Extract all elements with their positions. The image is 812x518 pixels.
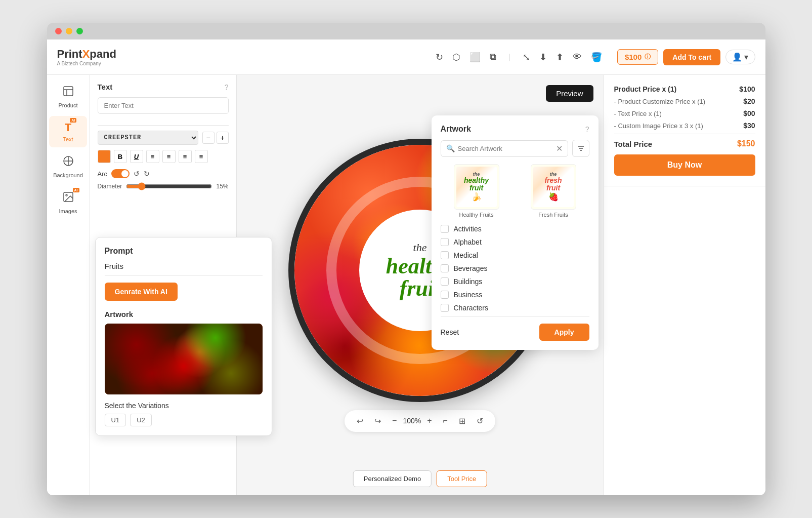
crop-button[interactable]: ⌐ — [441, 414, 450, 427]
add-to-cart-button[interactable]: Add To cart — [663, 49, 720, 65]
browser-window: PrintXpand A Biztech Company ↻ ⬡ ⬜ ⧉ | ⤡… — [47, 23, 765, 495]
paint-icon[interactable]: 🪣 — [591, 52, 602, 63]
category-alphabet[interactable]: Alphabet — [441, 238, 589, 246]
tool-price-button[interactable]: Tool Price — [437, 470, 487, 487]
sidebar-product-label: Product — [59, 102, 78, 108]
product-price-label: Product Price x (1) — [614, 85, 677, 93]
checkbox-business[interactable] — [441, 291, 449, 299]
artwork-item-healthy-fruits[interactable]: the healthy fruit 🍌 Healthy Fruits — [441, 164, 512, 218]
variation-tags: U1 U2 — [105, 414, 263, 426]
checkbox-buildings[interactable] — [441, 277, 449, 286]
product-icon — [62, 85, 74, 100]
font-size-increase[interactable]: + — [217, 132, 229, 144]
sidebar-text-label: Text — [63, 136, 73, 142]
diameter-value: 15% — [216, 183, 228, 190]
eye-icon[interactable]: 👁 — [573, 52, 582, 62]
traffic-light-red[interactable] — [55, 28, 62, 34]
artwork-help-icon[interactable]: ? — [585, 125, 589, 133]
arc-sync-icon[interactable]: ↻ — [144, 170, 150, 178]
download-icon[interactable]: ⬇ — [539, 52, 547, 63]
artwork-thumb-1: the healthy fruit 🍌 — [454, 164, 499, 210]
align-left-button[interactable]: ≡ — [146, 150, 159, 163]
category-buildings[interactable]: Buildings — [441, 277, 589, 286]
zoom-in-button[interactable]: + — [425, 414, 434, 427]
color-swatch[interactable] — [98, 150, 111, 163]
category-beverages[interactable]: Beverages — [441, 264, 589, 272]
panel-help-icon[interactable]: ? — [225, 83, 229, 91]
frame-icon[interactable]: ⬜ — [469, 52, 481, 63]
apply-button[interactable]: Apply — [539, 324, 589, 341]
rotate-icon[interactable]: ↻ — [436, 52, 443, 63]
search-clear-icon[interactable]: ✕ — [556, 144, 563, 153]
diameter-slider[interactable] — [126, 182, 212, 190]
search-icon: 🔍 — [446, 144, 455, 152]
main-layout: Product T AI Text — [47, 75, 765, 495]
layers-icon[interactable]: ⬡ — [452, 52, 460, 63]
prompt-text[interactable]: Fruits — [105, 262, 124, 270]
font-select[interactable]: CREEPSTER — [98, 131, 198, 145]
buy-now-button[interactable]: Buy Now — [614, 154, 755, 176]
share-icon[interactable]: ⬆ — [556, 52, 564, 63]
refresh-button[interactable]: ↺ — [475, 414, 485, 428]
variation-u1[interactable]: U1 — [105, 414, 126, 426]
zoom-out-button[interactable]: − — [390, 414, 399, 427]
price-info-icon: ⓘ — [645, 53, 651, 61]
canvas-toolbar: ↩ ↪ − 100% + ⌐ ⊞ ↺ — [345, 410, 495, 432]
align-center-button[interactable]: ≡ — [162, 150, 176, 163]
sidebar-item-images[interactable]: AI Images — [49, 186, 87, 219]
align-right-button[interactable]: ≡ — [179, 150, 192, 163]
undo-button[interactable]: ↩ — [355, 414, 365, 428]
category-label-activities: Activities — [454, 225, 482, 233]
traffic-light-green[interactable] — [76, 28, 83, 34]
category-characters[interactable]: Characters — [441, 304, 589, 312]
font-size-decrease[interactable]: − — [202, 132, 215, 144]
text-price-value: $00 — [743, 109, 755, 117]
variations-title: Select the Variations — [105, 402, 263, 410]
text-input-field[interactable] — [98, 97, 229, 114]
duplicate-icon[interactable]: ⧉ — [490, 52, 496, 62]
personalized-demo-button[interactable]: Personalized Demo — [353, 470, 432, 487]
sidebar-item-product[interactable]: Product — [49, 80, 87, 113]
sidebar-item-background[interactable]: Background — [49, 150, 87, 183]
user-button[interactable]: 👤 ▾ — [725, 50, 755, 64]
category-business[interactable]: Business — [441, 291, 589, 299]
checkbox-alphabet[interactable] — [441, 238, 449, 246]
checkbox-medical[interactable] — [441, 251, 449, 259]
sidebar-item-text[interactable]: T AI Text — [49, 116, 87, 147]
filter-button[interactable] — [572, 140, 589, 157]
italic-button[interactable]: U — [130, 150, 143, 163]
grid-button[interactable]: ⊞ — [457, 414, 467, 428]
price-panel: Product Price x (1) $100 - Product Custo… — [604, 75, 765, 186]
background-icon — [62, 155, 74, 170]
browser-titlebar — [47, 23, 765, 39]
artwork-item-fresh-fruits[interactable]: the fresh fruit 🍓 Fresh Fruits — [518, 164, 589, 218]
font-controls: CREEPSTER − + — [98, 131, 229, 145]
artwork-panel-title: Artwork — [441, 125, 471, 134]
price-badge: $100 ⓘ — [617, 49, 658, 65]
category-label-business: Business — [454, 291, 483, 299]
artwork-search-input[interactable] — [458, 145, 553, 152]
variation-u2[interactable]: U2 — [130, 414, 152, 426]
category-label-characters: Characters — [454, 304, 488, 312]
arc-toggle[interactable] — [111, 169, 130, 178]
header-right: $100 ⓘ Add To cart 👤 ▾ — [617, 49, 755, 65]
category-activities[interactable]: Activities — [441, 225, 589, 233]
checkbox-beverages[interactable] — [441, 264, 449, 272]
align-justify-button[interactable]: ≡ — [195, 150, 208, 163]
checkbox-characters[interactable] — [441, 304, 449, 312]
checkbox-activities[interactable] — [441, 225, 449, 233]
redo-button[interactable]: ↪ — [372, 414, 383, 428]
panel-header: Text ? — [98, 83, 229, 91]
artwork-footer: Reset Apply — [441, 316, 589, 341]
bold-button[interactable]: B — [114, 150, 127, 163]
arc-reset-icon[interactable]: ↺ — [134, 170, 140, 178]
traffic-light-yellow[interactable] — [66, 28, 72, 34]
diameter-row: Diameter 15% — [98, 182, 229, 190]
reset-button[interactable]: Reset — [441, 328, 459, 336]
expand-icon[interactable]: ⤡ — [523, 52, 530, 63]
generate-ai-button[interactable]: Genrate With AI — [105, 283, 178, 301]
custom-image-value: $30 — [743, 122, 755, 130]
zoom-controls: − 100% + — [390, 414, 434, 427]
category-medical[interactable]: Medical — [441, 251, 589, 259]
artwork-panel-header: Artwork ? — [441, 125, 589, 134]
